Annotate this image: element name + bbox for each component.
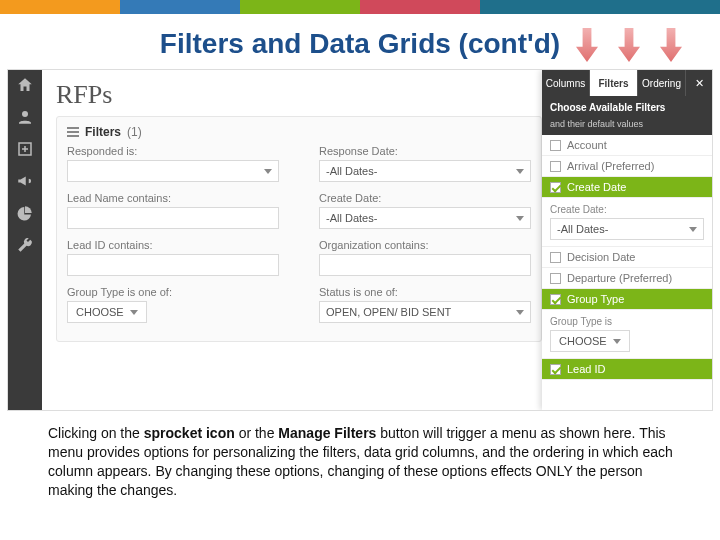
filter-option-decision-date[interactable]: Decision Date bbox=[542, 247, 712, 268]
checkbox-icon bbox=[550, 294, 561, 305]
filter-label: Lead ID contains: bbox=[67, 239, 279, 251]
filter-lines-icon bbox=[67, 127, 79, 137]
filter-option-group-type[interactable]: Group Type bbox=[542, 289, 712, 310]
responded-select[interactable] bbox=[67, 160, 279, 182]
filters-panel: Filters (1) Responded is: Response Date:… bbox=[56, 116, 542, 342]
create-date-default-select[interactable]: -All Dates- bbox=[550, 218, 704, 240]
checkbox-icon bbox=[550, 364, 561, 375]
filters-count: (1) bbox=[127, 125, 142, 139]
arrow-down-icon bbox=[660, 28, 682, 62]
filter-label: Status is one of: bbox=[319, 286, 531, 298]
plus-box-icon[interactable] bbox=[16, 140, 34, 158]
top-color-bar bbox=[0, 0, 720, 14]
caret-down-icon bbox=[516, 216, 524, 221]
lead-id-input[interactable] bbox=[67, 254, 279, 276]
filter-option-arrival[interactable]: Arrival (Preferred) bbox=[542, 156, 712, 177]
tab-ordering[interactable]: Ordering bbox=[638, 70, 686, 96]
checkbox-icon bbox=[550, 252, 561, 263]
settings-drawer: Columns Filters Ordering ✕ Choose Availa… bbox=[542, 70, 712, 410]
tab-filters[interactable]: Filters bbox=[590, 70, 638, 96]
app-screenshot: RFPs Filters (1) Responded is: Response … bbox=[8, 70, 712, 410]
wrench-icon[interactable] bbox=[16, 236, 34, 254]
checkbox-icon bbox=[550, 140, 561, 151]
filter-option-account[interactable]: Account bbox=[542, 135, 712, 156]
arrow-down-icon bbox=[576, 28, 598, 62]
filter-label: Create Date: bbox=[319, 192, 531, 204]
lead-name-input[interactable] bbox=[67, 207, 279, 229]
nav-rail bbox=[8, 70, 42, 410]
filter-label: Responded is: bbox=[67, 145, 279, 157]
filter-option-create-date[interactable]: Create Date bbox=[542, 177, 712, 198]
filter-label: Lead Name contains: bbox=[67, 192, 279, 204]
filter-option-departure[interactable]: Departure (Preferred) bbox=[542, 268, 712, 289]
filter-option-create-date-expand: Create Date: -All Dates- bbox=[542, 198, 712, 247]
checkbox-icon bbox=[550, 161, 561, 172]
caption-text: Clicking on the sprocket icon or the Man… bbox=[0, 410, 720, 500]
filter-option-lead-id[interactable]: Lead ID bbox=[542, 359, 712, 380]
caret-down-icon bbox=[264, 169, 272, 174]
megaphone-icon[interactable] bbox=[16, 172, 34, 190]
checkbox-icon bbox=[550, 273, 561, 284]
caret-down-icon bbox=[130, 310, 138, 315]
home-icon[interactable] bbox=[16, 76, 34, 94]
svg-point-0 bbox=[22, 111, 28, 117]
filter-label: Group Type is one of: bbox=[67, 286, 279, 298]
drawer-subtitle: Choose Available Filters bbox=[542, 96, 712, 119]
arrow-down-icon bbox=[618, 28, 640, 62]
caret-down-icon bbox=[613, 339, 621, 344]
response-date-select[interactable]: -All Dates- bbox=[319, 160, 531, 182]
filter-label: Organization contains: bbox=[319, 239, 531, 251]
pie-chart-icon[interactable] bbox=[16, 204, 34, 222]
organization-input[interactable] bbox=[319, 254, 531, 276]
caret-down-icon bbox=[689, 227, 697, 232]
caret-down-icon bbox=[516, 169, 524, 174]
filters-header[interactable]: Filters (1) bbox=[67, 125, 531, 139]
tab-columns[interactable]: Columns bbox=[542, 70, 590, 96]
caret-down-icon bbox=[516, 310, 524, 315]
group-type-choose[interactable]: CHOOSE bbox=[67, 301, 147, 323]
filter-option-group-type-expand: Group Type is CHOOSE bbox=[542, 310, 712, 359]
filter-label: Response Date: bbox=[319, 145, 531, 157]
create-date-select[interactable]: -All Dates- bbox=[319, 207, 531, 229]
drawer-subtitle2: and their default values bbox=[542, 119, 712, 135]
user-icon[interactable] bbox=[16, 108, 34, 126]
close-icon[interactable]: ✕ bbox=[686, 70, 712, 96]
checkbox-icon bbox=[550, 182, 561, 193]
group-type-default-choose[interactable]: CHOOSE bbox=[550, 330, 630, 352]
callout-arrows bbox=[576, 28, 682, 62]
filters-header-label: Filters bbox=[85, 125, 121, 139]
status-select[interactable]: OPEN, OPEN/ BID SENT bbox=[319, 301, 531, 323]
available-filters-list: Account Arrival (Preferred) Create Date … bbox=[542, 135, 712, 410]
